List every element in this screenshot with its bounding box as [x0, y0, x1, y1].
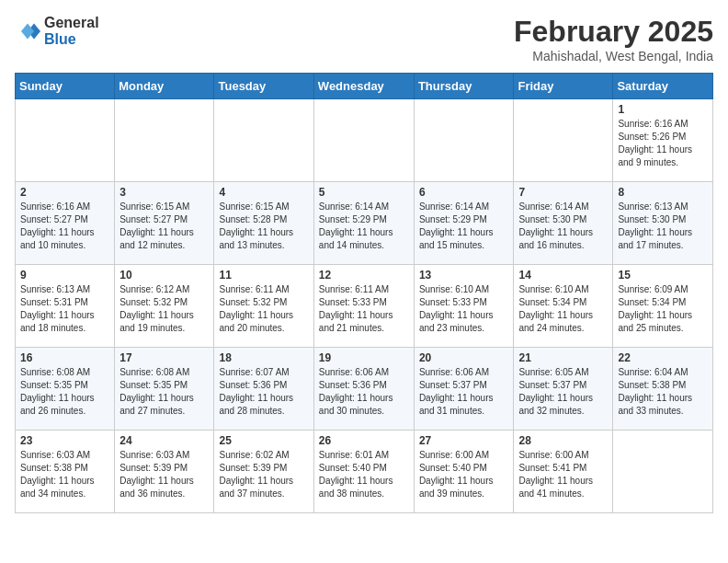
- calendar-cell: 15Sunrise: 6:09 AM Sunset: 5:34 PM Dayli…: [613, 265, 713, 348]
- calendar-cell: 1Sunrise: 6:16 AM Sunset: 5:26 PM Daylig…: [613, 99, 713, 182]
- day-info: Sunrise: 6:02 AM Sunset: 5:39 PM Dayligh…: [219, 449, 308, 500]
- calendar-cell: 19Sunrise: 6:06 AM Sunset: 5:36 PM Dayli…: [313, 348, 414, 431]
- calendar-cell: 25Sunrise: 6:02 AM Sunset: 5:39 PM Dayli…: [214, 431, 313, 513]
- day-info: Sunrise: 6:14 AM Sunset: 5:29 PM Dayligh…: [419, 201, 509, 252]
- weekday-header-friday: Friday: [514, 74, 613, 99]
- day-number: 2: [20, 186, 109, 199]
- day-number: 10: [119, 269, 209, 282]
- calendar-cell: 3Sunrise: 6:15 AM Sunset: 5:27 PM Daylig…: [115, 182, 214, 265]
- day-number: 9: [20, 269, 109, 282]
- logo-blue-text: Blue: [44, 31, 99, 48]
- calendar-cell: 9Sunrise: 6:13 AM Sunset: 5:31 PM Daylig…: [16, 265, 115, 348]
- day-number: 3: [119, 186, 209, 199]
- day-number: 8: [618, 186, 708, 199]
- weekday-header-saturday: Saturday: [613, 74, 713, 99]
- day-info: Sunrise: 6:00 AM Sunset: 5:40 PM Dayligh…: [419, 449, 509, 500]
- calendar-cell: 14Sunrise: 6:10 AM Sunset: 5:34 PM Dayli…: [514, 265, 613, 348]
- day-info: Sunrise: 6:10 AM Sunset: 5:34 PM Dayligh…: [518, 283, 608, 335]
- day-info: Sunrise: 6:12 AM Sunset: 5:32 PM Dayligh…: [119, 283, 209, 335]
- day-info: Sunrise: 6:16 AM Sunset: 5:26 PM Dayligh…: [618, 118, 708, 169]
- calendar-cell: 5Sunrise: 6:14 AM Sunset: 5:29 PM Daylig…: [313, 182, 414, 265]
- logo: General Blue: [15, 15, 99, 47]
- day-number: 1: [618, 103, 708, 116]
- calendar-week-row-2: 9Sunrise: 6:13 AM Sunset: 5:31 PM Daylig…: [16, 265, 713, 348]
- calendar-cell: [313, 99, 414, 182]
- calendar-title: February 2025: [514, 15, 713, 49]
- day-number: 14: [518, 269, 608, 282]
- day-number: 12: [319, 269, 409, 282]
- weekday-header-tuesday: Tuesday: [214, 74, 313, 99]
- day-number: 24: [119, 434, 209, 447]
- day-number: 18: [219, 351, 308, 364]
- logo-general-text: General: [44, 15, 99, 31]
- calendar-cell: 12Sunrise: 6:11 AM Sunset: 5:33 PM Dayli…: [313, 265, 414, 348]
- day-number: 7: [518, 186, 608, 199]
- day-info: Sunrise: 6:01 AM Sunset: 5:40 PM Dayligh…: [319, 449, 409, 500]
- day-number: 15: [618, 269, 708, 282]
- day-number: 27: [419, 434, 509, 447]
- day-info: Sunrise: 6:13 AM Sunset: 5:30 PM Dayligh…: [618, 201, 708, 252]
- weekday-header-sunday: Sunday: [16, 74, 115, 99]
- calendar-table: SundayMondayTuesdayWednesdayThursdayFrid…: [15, 73, 713, 513]
- calendar-cell: 8Sunrise: 6:13 AM Sunset: 5:30 PM Daylig…: [613, 182, 713, 265]
- day-number: 17: [119, 351, 209, 364]
- logo-text: General Blue: [44, 15, 99, 47]
- calendar-cell: 27Sunrise: 6:00 AM Sunset: 5:40 PM Dayli…: [414, 431, 514, 513]
- day-info: Sunrise: 6:04 AM Sunset: 5:38 PM Dayligh…: [618, 366, 708, 418]
- calendar-subtitle: Mahishadal, West Bengal, India: [514, 49, 713, 63]
- day-info: Sunrise: 6:11 AM Sunset: 5:32 PM Dayligh…: [219, 283, 308, 335]
- calendar-cell: 2Sunrise: 6:16 AM Sunset: 5:27 PM Daylig…: [16, 182, 115, 265]
- day-number: 5: [319, 186, 409, 199]
- calendar-cell: [16, 99, 115, 182]
- calendar-cell: 18Sunrise: 6:07 AM Sunset: 5:36 PM Dayli…: [214, 348, 313, 431]
- day-number: 19: [319, 351, 409, 364]
- calendar-cell: 4Sunrise: 6:15 AM Sunset: 5:28 PM Daylig…: [214, 182, 313, 265]
- day-number: 4: [219, 186, 308, 199]
- day-info: Sunrise: 6:10 AM Sunset: 5:33 PM Dayligh…: [419, 283, 509, 335]
- day-number: 22: [618, 351, 708, 364]
- calendar-cell: 20Sunrise: 6:06 AM Sunset: 5:37 PM Dayli…: [414, 348, 514, 431]
- day-info: Sunrise: 6:05 AM Sunset: 5:37 PM Dayligh…: [518, 366, 608, 418]
- weekday-header-thursday: Thursday: [414, 74, 514, 99]
- calendar-cell: 28Sunrise: 6:00 AM Sunset: 5:41 PM Dayli…: [514, 431, 613, 513]
- day-info: Sunrise: 6:07 AM Sunset: 5:36 PM Dayligh…: [219, 366, 308, 418]
- calendar-cell: [214, 99, 313, 182]
- calendar-cell: 24Sunrise: 6:03 AM Sunset: 5:39 PM Dayli…: [115, 431, 214, 513]
- weekday-header-wednesday: Wednesday: [313, 74, 414, 99]
- calendar-cell: 7Sunrise: 6:14 AM Sunset: 5:30 PM Daylig…: [514, 182, 613, 265]
- day-info: Sunrise: 6:08 AM Sunset: 5:35 PM Dayligh…: [119, 366, 209, 418]
- calendar-week-row-4: 23Sunrise: 6:03 AM Sunset: 5:38 PM Dayli…: [16, 431, 713, 513]
- day-info: Sunrise: 6:03 AM Sunset: 5:38 PM Dayligh…: [20, 449, 109, 500]
- day-info: Sunrise: 6:14 AM Sunset: 5:30 PM Dayligh…: [518, 201, 608, 252]
- day-info: Sunrise: 6:13 AM Sunset: 5:31 PM Dayligh…: [20, 283, 109, 335]
- calendar-cell: 26Sunrise: 6:01 AM Sunset: 5:40 PM Dayli…: [313, 431, 414, 513]
- calendar-cell: 6Sunrise: 6:14 AM Sunset: 5:29 PM Daylig…: [414, 182, 514, 265]
- day-info: Sunrise: 6:03 AM Sunset: 5:39 PM Dayligh…: [119, 449, 209, 500]
- day-info: Sunrise: 6:09 AM Sunset: 5:34 PM Dayligh…: [618, 283, 708, 335]
- calendar-cell: 16Sunrise: 6:08 AM Sunset: 5:35 PM Dayli…: [16, 348, 115, 431]
- calendar-week-row-1: 2Sunrise: 6:16 AM Sunset: 5:27 PM Daylig…: [16, 182, 713, 265]
- weekday-header-monday: Monday: [115, 74, 214, 99]
- calendar-cell: 23Sunrise: 6:03 AM Sunset: 5:38 PM Dayli…: [16, 431, 115, 513]
- title-block: February 2025 Mahishadal, West Bengal, I…: [514, 15, 713, 63]
- calendar-cell: 22Sunrise: 6:04 AM Sunset: 5:38 PM Dayli…: [613, 348, 713, 431]
- calendar-cell: 17Sunrise: 6:08 AM Sunset: 5:35 PM Dayli…: [115, 348, 214, 431]
- day-info: Sunrise: 6:14 AM Sunset: 5:29 PM Dayligh…: [319, 201, 409, 252]
- calendar-cell: 21Sunrise: 6:05 AM Sunset: 5:37 PM Dayli…: [514, 348, 613, 431]
- day-info: Sunrise: 6:08 AM Sunset: 5:35 PM Dayligh…: [20, 366, 109, 418]
- calendar-cell: [613, 431, 713, 513]
- day-info: Sunrise: 6:06 AM Sunset: 5:37 PM Dayligh…: [419, 366, 509, 418]
- day-number: 21: [518, 351, 608, 364]
- page-header: General Blue February 2025 Mahishadal, W…: [15, 15, 713, 63]
- calendar-week-row-0: 1Sunrise: 6:16 AM Sunset: 5:26 PM Daylig…: [16, 99, 713, 182]
- day-number: 23: [20, 434, 109, 447]
- day-number: 11: [219, 269, 308, 282]
- day-info: Sunrise: 6:15 AM Sunset: 5:27 PM Dayligh…: [119, 201, 209, 252]
- day-info: Sunrise: 6:11 AM Sunset: 5:33 PM Dayligh…: [319, 283, 409, 335]
- calendar-cell: [514, 99, 613, 182]
- calendar-cell: 13Sunrise: 6:10 AM Sunset: 5:33 PM Dayli…: [414, 265, 514, 348]
- calendar-week-row-3: 16Sunrise: 6:08 AM Sunset: 5:35 PM Dayli…: [16, 348, 713, 431]
- day-number: 28: [518, 434, 608, 447]
- day-number: 16: [20, 351, 109, 364]
- day-number: 20: [419, 351, 509, 364]
